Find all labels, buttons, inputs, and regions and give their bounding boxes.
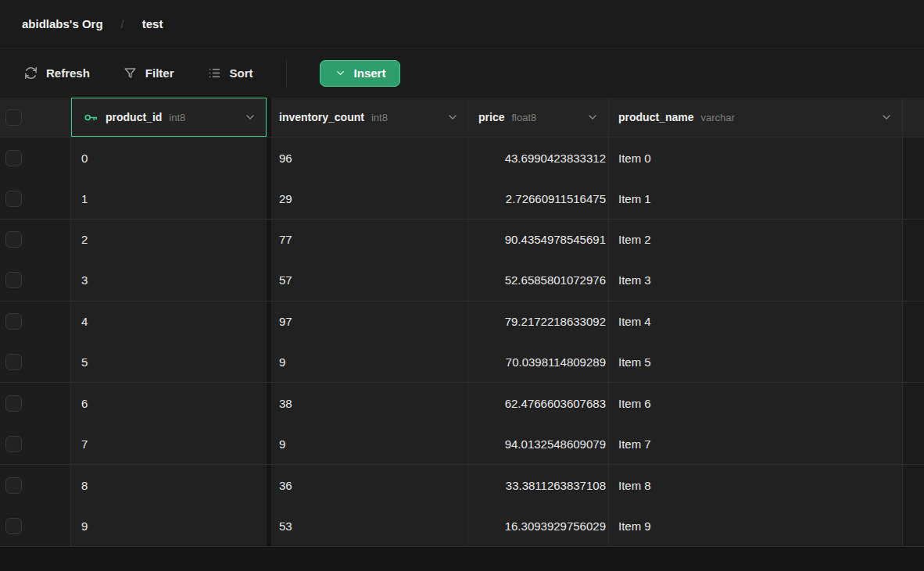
row-select-cell <box>0 260 71 300</box>
toolbar-divider <box>286 59 287 87</box>
sort-label: Sort <box>230 66 253 80</box>
table-row: 6 38 62.4766603607683 Item 6 <box>0 383 924 423</box>
cell-product-id[interactable]: 7 <box>71 424 267 464</box>
cell-product-name[interactable]: Item 3 <box>609 260 903 300</box>
cell-price[interactable]: 2.72660911516475 <box>469 178 609 218</box>
cell-inventory-count[interactable]: 53 <box>271 506 469 546</box>
cell-inventory-count[interactable]: 9 <box>271 342 469 382</box>
row-filler <box>903 424 924 464</box>
column-label: product_name <box>618 111 693 123</box>
header-filler <box>903 98 924 137</box>
table-row: 3 57 52.6585801072976 Item 3 <box>0 260 924 301</box>
row-checkbox[interactable] <box>5 150 22 166</box>
breadcrumb-separator: / <box>121 17 124 30</box>
row-checkbox[interactable] <box>5 191 22 207</box>
refresh-label: Refresh <box>46 66 90 80</box>
row-filler <box>903 137 924 178</box>
table-row: 1 29 2.72660911516475 Item 1 <box>0 178 924 219</box>
cell-price[interactable]: 16.3093929756029 <box>469 506 609 546</box>
cell-product-id[interactable]: 3 <box>71 260 267 300</box>
select-all-checkbox[interactable] <box>5 109 22 126</box>
table-row: 7 9 94.0132548609079 Item 7 <box>0 424 924 465</box>
cell-inventory-count[interactable]: 96 <box>271 137 469 178</box>
sort-icon <box>207 66 222 80</box>
column-label: price <box>478 111 504 123</box>
cell-price[interactable]: 90.4354978545691 <box>469 219 609 260</box>
row-checkbox[interactable] <box>5 395 22 412</box>
row-select-cell <box>0 465 71 505</box>
cell-inventory-count[interactable]: 36 <box>271 465 469 505</box>
cell-product-id[interactable]: 0 <box>71 137 267 178</box>
insert-button[interactable]: Insert <box>320 60 401 87</box>
chevron-down-icon[interactable] <box>586 111 599 123</box>
column-header-inventory-count[interactable]: inventory_count int8 <box>271 98 469 137</box>
row-filler <box>903 178 924 218</box>
cell-product-name[interactable]: Item 7 <box>609 424 903 464</box>
chevron-down-icon[interactable] <box>244 111 256 123</box>
filter-button[interactable]: Filter <box>123 66 174 80</box>
row-checkbox[interactable] <box>5 313 22 330</box>
sort-button[interactable]: Sort <box>207 66 253 80</box>
cell-price[interactable]: 52.6585801072976 <box>469 260 609 300</box>
column-type: varchar <box>700 112 734 123</box>
cell-product-id[interactable]: 6 <box>71 383 267 423</box>
column-label: inventory_count <box>279 111 364 123</box>
cell-price[interactable]: 94.0132548609079 <box>469 424 609 464</box>
cell-product-name[interactable]: Item 4 <box>609 302 903 342</box>
cell-inventory-count[interactable]: 9 <box>271 424 469 464</box>
top-bar: abidlabs's Org / test <box>0 0 924 48</box>
refresh-button[interactable]: Refresh <box>23 66 90 80</box>
row-filler <box>903 465 924 505</box>
cell-product-id[interactable]: 9 <box>71 506 267 546</box>
cell-price[interactable]: 43.6990423833312 <box>469 137 609 178</box>
table-row: 4 97 79.2172218633092 Item 4 <box>0 302 924 342</box>
row-checkbox[interactable] <box>5 518 22 534</box>
table-header-row: product_id int8 inventory_count int8 pri… <box>0 98 924 137</box>
breadcrumb-table[interactable]: test <box>142 17 163 30</box>
cell-product-id[interactable]: 8 <box>71 465 267 505</box>
row-checkbox[interactable] <box>5 272 22 288</box>
row-checkbox[interactable] <box>5 436 22 452</box>
column-type: int8 <box>371 112 388 123</box>
column-header-product-id[interactable]: product_id int8 <box>71 98 267 137</box>
cell-product-name[interactable]: Item 9 <box>609 506 903 546</box>
cell-product-id[interactable]: 5 <box>71 342 267 382</box>
cell-product-name[interactable]: Item 0 <box>609 137 903 178</box>
row-select-cell <box>0 302 71 342</box>
row-checkbox[interactable] <box>5 354 22 370</box>
cell-inventory-count[interactable]: 77 <box>271 219 469 260</box>
row-select-cell <box>0 424 71 464</box>
cell-product-name[interactable]: Item 1 <box>609 178 903 218</box>
table-row: 8 36 33.3811263837108 Item 8 <box>0 465 924 505</box>
row-select-cell <box>0 383 71 423</box>
chevron-down-icon[interactable] <box>880 111 893 123</box>
cell-price[interactable]: 79.2172218633092 <box>469 302 609 342</box>
cell-product-name[interactable]: Item 2 <box>609 219 903 260</box>
row-checkbox[interactable] <box>5 477 22 494</box>
row-filler <box>903 260 924 300</box>
cell-inventory-count[interactable]: 38 <box>271 383 469 423</box>
table-row: 9 53 16.3093929756029 Item 9 <box>0 506 924 547</box>
column-type: float8 <box>511 112 536 123</box>
chevron-down-icon <box>335 67 346 79</box>
cell-product-id[interactable]: 2 <box>71 219 267 260</box>
cell-price[interactable]: 62.4766603607683 <box>469 383 609 423</box>
chevron-down-icon[interactable] <box>446 111 459 123</box>
cell-product-id[interactable]: 4 <box>71 302 267 342</box>
cell-inventory-count[interactable]: 57 <box>271 260 469 300</box>
cell-inventory-count[interactable]: 97 <box>271 302 469 342</box>
cell-price[interactable]: 33.3811263837108 <box>469 465 609 505</box>
cell-product-name[interactable]: Item 5 <box>609 342 903 382</box>
cell-inventory-count[interactable]: 29 <box>271 178 469 218</box>
filter-icon <box>123 66 138 80</box>
cell-price[interactable]: 70.0398114809289 <box>469 342 609 382</box>
cell-product-name[interactable]: Item 6 <box>609 383 903 423</box>
row-checkbox[interactable] <box>5 231 22 248</box>
cell-product-name[interactable]: Item 8 <box>609 465 903 505</box>
cell-product-id[interactable]: 1 <box>71 178 267 218</box>
breadcrumb-org[interactable]: abidlabs's Org <box>22 17 103 30</box>
column-header-price[interactable]: price float8 <box>469 98 609 137</box>
table-body: 0 96 43.6990423833312 Item 0 1 29 2.7266… <box>0 137 924 547</box>
column-header-product-name[interactable]: product_name varchar <box>609 98 903 137</box>
primary-key-icon <box>84 110 98 125</box>
